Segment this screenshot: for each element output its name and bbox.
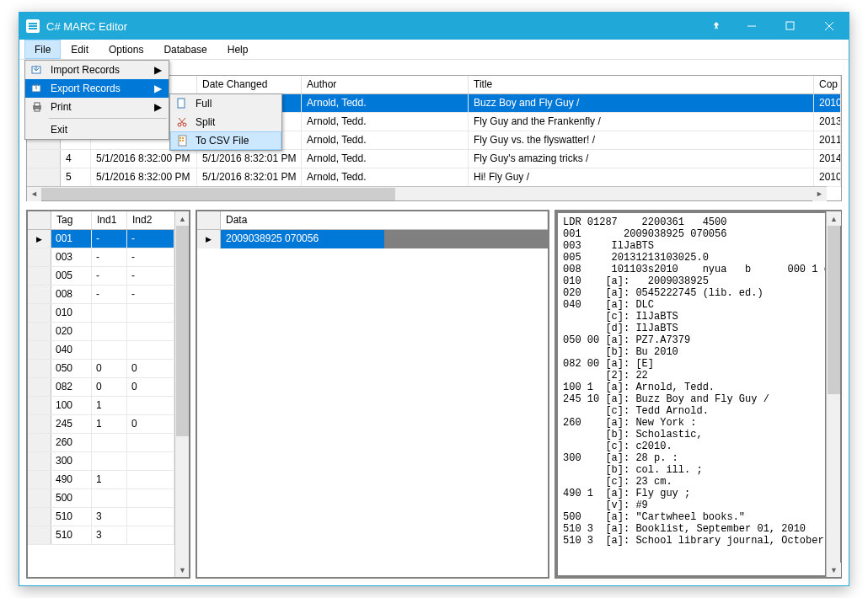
cell-tag[interactable]: 510 [51, 508, 92, 526]
cell-author[interactable]: Arnold, Tedd. [302, 94, 469, 112]
tag-row[interactable]: 260 [28, 434, 174, 452]
tag-row[interactable]: 5103 [28, 526, 174, 545]
cell-ind1[interactable] [92, 341, 127, 359]
cell-ind1[interactable]: 0 [92, 378, 127, 396]
menu-export-records[interactable]: Export Records ▶ [25, 79, 169, 98]
cell-ind2[interactable] [127, 434, 174, 451]
cell-ind2[interactable] [127, 526, 174, 544]
scroll-right-button[interactable]: ► [812, 187, 827, 201]
cell-tag[interactable]: 050 [51, 360, 92, 377]
cell-cop[interactable]: 2011 [814, 131, 841, 149]
cell-ind1[interactable]: 1 [92, 397, 127, 414]
record-row[interactable]: 55/1/2016 8:32:00 PM5/1/2016 8:32:01 PMA… [27, 168, 841, 187]
tag-row[interactable]: 003-- [28, 248, 174, 267]
col-author[interactable]: Author [302, 76, 469, 93]
cell-tag[interactable]: 005 [51, 267, 92, 285]
cell-title[interactable]: Hi! Fly Guy / [469, 168, 814, 186]
menu-edit[interactable]: Edit [61, 40, 99, 59]
record-row[interactable]: 45/1/2016 8:32:00 PM5/1/2016 8:32:01 PMA… [27, 150, 841, 168]
cell-ind1[interactable] [92, 489, 127, 507]
tag-row[interactable]: 010 [28, 304, 174, 323]
cell-ind2[interactable] [127, 489, 174, 507]
cell-changed[interactable]: 5/1/2016 8:32:01 PM [197, 150, 302, 168]
cell-tag[interactable]: 490 [51, 471, 92, 489]
tag-row[interactable]: 4901 [28, 471, 174, 489]
cell-ind1[interactable] [92, 323, 127, 340]
h-scrollbar[interactable]: ◄ ► [27, 186, 827, 200]
tag-row[interactable]: 05000 [28, 360, 174, 378]
cell-tag[interactable]: 510 [51, 526, 92, 544]
cell-ind2[interactable] [127, 452, 174, 470]
tag-vscroll-thumb[interactable] [176, 226, 189, 436]
cell-ind2[interactable] [127, 508, 174, 526]
cell-cop[interactable]: 2014 [814, 150, 841, 168]
marc-vscroll-thumb[interactable] [828, 226, 840, 394]
col-title[interactable]: Title [469, 76, 814, 93]
data-cell[interactable]: 2009038925 070056 [221, 230, 384, 248]
tag-row[interactable]: 300 [28, 452, 174, 471]
cell-ind1[interactable] [92, 434, 127, 451]
cell-tag[interactable]: 008 [51, 286, 92, 303]
maximize-button[interactable] [771, 13, 810, 40]
cell-tag[interactable]: 260 [51, 434, 92, 451]
cell-tag[interactable]: 003 [51, 248, 92, 266]
marc-scroll-down[interactable]: ▼ [827, 563, 841, 577]
cell-tag[interactable]: 300 [51, 452, 92, 470]
cell-tag[interactable]: 100 [51, 397, 92, 414]
menu-export-csv[interactable]: To CSV File [170, 131, 281, 150]
cell-n[interactable]: 5 [61, 168, 91, 186]
tag-row[interactable]: 08200 [28, 378, 174, 397]
cell-ind2[interactable] [127, 341, 174, 359]
cell-ind2[interactable]: - [127, 286, 174, 303]
col-cop[interactable]: Cop [814, 76, 841, 93]
h-scroll-thumb[interactable] [41, 188, 395, 200]
menu-help[interactable]: Help [217, 40, 259, 59]
cell-title[interactable]: Buzz Boy and Fly Guy / [469, 94, 814, 112]
marc-raw-text[interactable]: LDR 01287 2200361 4500 001 2009038925 07… [558, 213, 825, 575]
menu-exit[interactable]: Exit [25, 120, 169, 139]
cell-ind1[interactable]: 3 [92, 526, 127, 544]
cell-ind2[interactable] [127, 471, 174, 489]
tag-vscroll[interactable]: ▲ ▼ [174, 211, 189, 577]
tag-row[interactable]: ▶001-- [28, 230, 174, 248]
cell-n[interactable]: 4 [61, 150, 91, 168]
menu-export-full[interactable]: Full [170, 94, 281, 113]
col-data[interactable]: Data [221, 211, 548, 229]
tag-grid[interactable]: Tag Ind1 Ind2 ▶001--003--005--008--010 0… [28, 211, 189, 577]
cell-tag[interactable]: 040 [51, 341, 92, 359]
cell-ind1[interactable]: 0 [92, 360, 127, 377]
menu-database[interactable]: Database [153, 40, 217, 59]
cell-added[interactable]: 5/1/2016 8:32:00 PM [91, 168, 197, 186]
col-ind1[interactable]: Ind1 [92, 211, 127, 229]
cell-author[interactable]: Arnold, Tedd. [302, 168, 469, 186]
cell-ind2[interactable]: 0 [127, 378, 174, 396]
cell-ind1[interactable]: 1 [92, 415, 127, 433]
cell-title[interactable]: Fly Guy vs. the flyswatter! / [469, 131, 814, 149]
minimize-button[interactable] [732, 13, 771, 40]
cell-ind2[interactable]: - [127, 248, 174, 266]
pin-button[interactable] [700, 21, 732, 31]
cell-ind2[interactable] [127, 323, 174, 340]
cell-added[interactable]: 5/1/2016 8:32:00 PM [91, 150, 197, 168]
cell-ind1[interactable] [92, 304, 127, 322]
cell-cop[interactable]: 2013 [814, 113, 841, 131]
tag-row[interactable]: 020 [28, 323, 174, 341]
marc-scroll-up[interactable]: ▲ [827, 211, 841, 226]
cell-ind2[interactable]: 0 [127, 415, 174, 433]
cell-ind2[interactable] [127, 304, 174, 322]
cell-tag[interactable]: 010 [51, 304, 92, 322]
menu-options[interactable]: Options [99, 40, 153, 59]
data-row[interactable]: ▶ 2009038925 070056 [197, 230, 548, 248]
cell-ind2[interactable]: 0 [127, 360, 174, 377]
cell-author[interactable]: Arnold, Tedd. [302, 150, 469, 168]
scroll-down-button[interactable]: ▼ [175, 563, 189, 577]
col-date-changed[interactable]: Date Changed [197, 76, 302, 93]
cell-ind1[interactable]: - [92, 286, 127, 303]
cell-author[interactable]: Arnold, Tedd. [302, 113, 469, 131]
cell-ind1[interactable]: 3 [92, 508, 127, 526]
tag-row[interactable]: 005-- [28, 267, 174, 286]
cell-ind2[interactable]: - [127, 267, 174, 285]
menu-export-split[interactable]: Split [170, 113, 281, 131]
menu-file[interactable]: File [24, 40, 61, 59]
col-tag[interactable]: Tag [51, 211, 92, 229]
